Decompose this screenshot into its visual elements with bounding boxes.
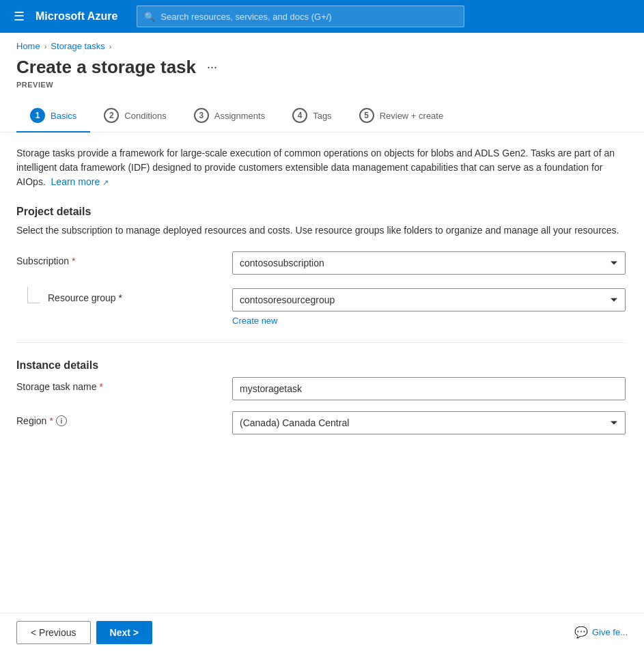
wizard-tabs: 1 Basics 2 Conditions 3 Assignments 4 Ta…: [0, 92, 644, 133]
resource-group-label: Resource group *: [48, 292, 122, 303]
resource-group-control: contosoresourcegroup Create new: [232, 288, 626, 326]
search-input[interactable]: [160, 12, 457, 22]
storage-task-name-row: Storage task name *: [16, 377, 626, 400]
tab-number-conditions: 2: [104, 108, 119, 123]
region-control: (Canada) Canada Central: [232, 411, 626, 434]
subscription-row: Subscription * contososubscription: [16, 251, 626, 275]
tab-label-assignments: Assignments: [214, 111, 265, 121]
tab-review-create[interactable]: 5 Review + create: [346, 102, 458, 133]
instance-details-section: Instance details Storage task name * Reg…: [16, 359, 626, 434]
page-title: Create a storage task: [16, 57, 196, 78]
storage-task-name-input[interactable]: [232, 377, 626, 400]
region-required: *: [49, 415, 53, 426]
resource-group-select[interactable]: contosoresourcegroup: [232, 288, 626, 311]
breadcrumb-storage-tasks[interactable]: Storage tasks: [51, 41, 105, 51]
region-select[interactable]: (Canada) Canada Central: [232, 411, 626, 434]
project-details-section: Project details Select the subscription …: [16, 206, 626, 326]
page-menu-dots-icon[interactable]: ···: [204, 57, 220, 77]
storage-task-name-label: Storage task name *: [16, 377, 221, 392]
tab-tags[interactable]: 4 Tags: [279, 102, 345, 133]
tab-label-review: Review + create: [380, 111, 444, 121]
instance-details-title: Instance details: [16, 359, 626, 372]
storage-task-name-control: [232, 377, 626, 400]
subscription-label: Subscription *: [16, 251, 221, 266]
region-row: Region * i (Canada) Canada Central: [16, 411, 626, 434]
tab-number-basics: 1: [30, 108, 45, 123]
learn-more-link[interactable]: Learn more ↗: [51, 176, 109, 187]
search-icon: 🔍: [144, 12, 155, 22]
section-divider: [16, 342, 626, 343]
subscription-select[interactable]: contososubscription: [232, 251, 626, 275]
breadcrumb-sep-1: ›: [44, 42, 47, 51]
project-details-desc: Select the subscription to manage deploy…: [16, 223, 626, 238]
tab-assignments[interactable]: 3 Assignments: [180, 102, 279, 133]
tab-number-review: 5: [359, 108, 374, 123]
top-navigation: ☰ Microsoft Azure 🔍: [0, 0, 644, 33]
external-link-icon: ↗: [102, 178, 109, 186]
region-label: Region * i: [16, 411, 221, 426]
page-header: Create a storage task ···: [0, 51, 644, 78]
breadcrumb-sep-2: ›: [109, 42, 112, 51]
app-title: Microsoft Azure: [36, 10, 117, 23]
region-select-wrapper: (Canada) Canada Central: [232, 411, 626, 434]
resource-group-required-marker: *: [119, 292, 122, 303]
global-search-box[interactable]: 🔍: [137, 5, 464, 27]
tab-number-assignments: 3: [194, 108, 209, 123]
create-new-resource-group-link[interactable]: Create new: [232, 316, 277, 326]
subscription-select-wrapper: contososubscription: [232, 251, 626, 275]
breadcrumb: Home › Storage tasks ›: [0, 33, 644, 51]
breadcrumb-home[interactable]: Home: [16, 41, 40, 51]
preview-badge: PREVIEW: [0, 78, 644, 92]
tab-conditions[interactable]: 2 Conditions: [90, 102, 180, 133]
main-content: Storage tasks provide a framework for la…: [0, 133, 642, 459]
resource-group-select-wrapper: contosoresourcegroup: [232, 288, 626, 311]
tab-label-conditions: Conditions: [124, 111, 166, 121]
tab-basics[interactable]: 1 Basics: [16, 102, 90, 133]
subscription-control: contososubscription: [232, 251, 626, 275]
region-info-icon[interactable]: i: [56, 415, 67, 426]
tab-label-tags: Tags: [313, 111, 331, 121]
tab-number-tags: 4: [292, 108, 307, 123]
project-details-title: Project details: [16, 206, 626, 218]
tab-label-basics: Basics: [51, 111, 76, 121]
storage-task-name-required: *: [100, 381, 103, 392]
hamburger-menu-icon[interactable]: ☰: [11, 6, 27, 27]
subscription-required-marker: *: [72, 255, 75, 266]
description-text: Storage tasks provide a framework for la…: [16, 146, 626, 189]
